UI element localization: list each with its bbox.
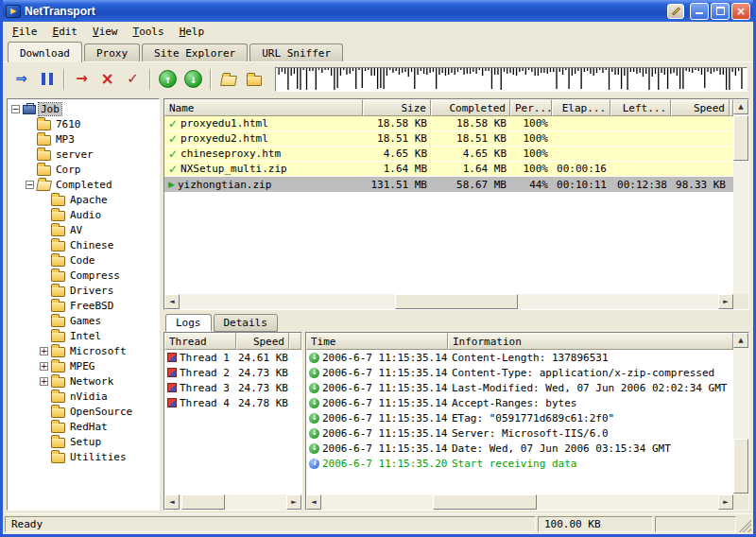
tree-item-compress[interactable]: Compress [8, 268, 159, 283]
toolbar-confirm-button[interactable]: ✓ [120, 66, 146, 92]
download-vscroll[interactable]: ▲ ▼ [733, 99, 748, 309]
tree-item-apache[interactable]: Apache [8, 192, 159, 207]
tree-item-microsoft[interactable]: +Microsoft [8, 343, 159, 358]
log-row[interactable]: ↓2006-6-7 11:15:35.140Server: Microsoft-… [306, 425, 733, 441]
menu-help[interactable]: Help [172, 24, 213, 40]
tree-item-nvidia[interactable]: nVidia [8, 389, 159, 404]
tab-proxy[interactable]: Proxy [84, 43, 140, 61]
minimize-button[interactable] [690, 3, 709, 20]
column-header-left[interactable]: Left... [610, 99, 671, 116]
tab-logs[interactable]: Logs [165, 314, 212, 332]
resize-grip[interactable] [738, 516, 751, 532]
scroll-right-icon[interactable]: ► [286, 494, 301, 510]
column-header-elapsed[interactable]: Elap... [552, 99, 610, 116]
download-hscroll[interactable]: ◄ ► [164, 294, 733, 309]
column-header-speed[interactable]: Speed [236, 333, 289, 350]
download-row[interactable]: ✓chineseproxy.htm4.65 KB4.65 KB100% [164, 147, 733, 162]
thread-row[interactable]: Thread 324.73 KB [164, 380, 301, 395]
log-vscroll-thumb[interactable] [733, 439, 748, 494]
toolbar-open-file-button[interactable] [215, 66, 241, 92]
tree-item-7610[interactable]: 7610 [8, 116, 159, 131]
tree-item-corp[interactable]: Corp [8, 162, 159, 177]
scroll-right-icon[interactable]: ► [718, 494, 733, 510]
expand-icon[interactable]: + [40, 362, 48, 371]
toolbar-open-folder-button[interactable] [241, 66, 266, 92]
close-button[interactable]: × [731, 3, 750, 20]
titlebar[interactable]: ▶ NetTransport × [3, 0, 753, 22]
download-row[interactable]: ▶yizhongtian.zip131.51 MB58.67 MB44%00:1… [164, 177, 733, 192]
column-header-information[interactable]: Information [448, 333, 733, 350]
collapse-icon[interactable]: − [11, 105, 20, 113]
log-row[interactable]: ↓2006-6-7 11:15:35.140Content-Type: appl… [306, 365, 733, 380]
tree-item-opensource[interactable]: OpenSource [8, 404, 159, 419]
column-header-size[interactable]: Size [363, 99, 431, 116]
scroll-right-icon[interactable]: ► [718, 294, 733, 309]
download-row[interactable]: ✓NXSetup_multi.zip1.64 MB1.64 MB100%00:0… [164, 162, 733, 177]
download-hscroll-track[interactable] [180, 294, 718, 309]
tree-item-utilities[interactable]: Utilities [8, 449, 159, 464]
tree-item-server[interactable]: server [8, 147, 159, 162]
toolbar-resume-button[interactable]: → [69, 66, 94, 92]
collapse-icon[interactable]: − [26, 181, 34, 189]
download-row[interactable]: ✓proxyedu1.html18.58 KB18.58 KB100% [164, 116, 733, 131]
download-hscroll-thumb[interactable] [395, 294, 518, 309]
log-row[interactable]: i2006-6-7 11:15:35.203Start receiving da… [306, 456, 733, 471]
menu-view[interactable]: View [85, 24, 126, 40]
scroll-left-icon[interactable]: ◄ [164, 294, 180, 309]
thread-hscroll[interactable]: ◄ ► [164, 494, 301, 510]
thread-hscroll-thumb[interactable] [181, 494, 225, 510]
log-row[interactable]: ↓2006-6-7 11:15:35.140Accept-Ranges: byt… [306, 395, 733, 410]
download-vscroll-track[interactable] [733, 114, 748, 294]
log-vscroll-track[interactable] [733, 348, 748, 494]
tab-url-sniffer[interactable]: URL Sniffer [249, 43, 343, 61]
column-header-speed[interactable]: Speed [671, 99, 730, 116]
toolbar-delete-button[interactable]: × [94, 66, 120, 92]
download-row[interactable]: ✓proxyedu2.html18.51 KB18.51 KB100% [164, 131, 733, 147]
toolbar-new-job-button[interactable]: ⇒ [9, 66, 34, 92]
tree-item-audio[interactable]: Audio [8, 207, 159, 222]
scroll-left-icon[interactable]: ◄ [306, 494, 321, 510]
log-row[interactable]: ↓2006-6-7 11:15:35.140Last-Modified: Wed… [306, 380, 733, 395]
column-header-name[interactable]: Name [164, 99, 363, 116]
tree-item-mp3[interactable]: MP3 [8, 131, 159, 147]
thread-row[interactable]: Thread 424.78 KB [164, 395, 301, 410]
tab-download[interactable]: Download [8, 42, 82, 62]
tree-item-completed[interactable]: −Completed [8, 177, 159, 192]
log-hscroll[interactable]: ◄ ► [306, 494, 733, 510]
tab-site-explorer[interactable]: Site Explorer [142, 43, 248, 61]
column-header-completed[interactable]: Completed [431, 99, 510, 116]
tree-item-intel[interactable]: Intel [8, 328, 159, 343]
tree-item-code[interactable]: Code [8, 252, 159, 268]
tree-item-chinese[interactable]: Chinese [8, 237, 159, 252]
tree-item-drivers[interactable]: Drivers [8, 283, 159, 298]
log-row[interactable]: ↓2006-6-7 11:15:35.140Content-Length: 13… [306, 350, 733, 365]
expand-icon[interactable]: + [40, 377, 48, 386]
column-header-percent[interactable]: Per... [510, 99, 552, 116]
download-vscroll-thumb[interactable] [733, 115, 748, 161]
expand-icon[interactable]: + [40, 347, 48, 355]
toolbar-move-up-button[interactable]: ↑ [155, 66, 180, 92]
menu-tools[interactable]: Tools [126, 24, 172, 40]
log-vscroll[interactable]: ▲ ▼ [733, 333, 748, 510]
column-header-time[interactable]: Time [306, 333, 448, 350]
menu-edit[interactable]: Edit [45, 24, 86, 40]
toolbar-move-down-button[interactable]: ↓ [180, 66, 206, 92]
tree-item-setup[interactable]: Setup [8, 434, 159, 449]
menu-file[interactable]: File [5, 24, 45, 40]
log-row[interactable]: ↓2006-6-7 11:15:35.140ETag: "0591771d689… [306, 410, 733, 425]
log-hscroll-thumb[interactable] [433, 494, 537, 510]
thread-hscroll-track[interactable] [180, 494, 286, 510]
scroll-left-icon[interactable]: ◄ [164, 494, 180, 510]
tab-details[interactable]: Details [214, 314, 278, 332]
skin-button[interactable] [667, 4, 684, 19]
thread-row[interactable]: Thread 124.61 KB [164, 350, 301, 365]
log-row[interactable]: ↓2006-6-7 11:15:35.140Date: Wed, 07 Jun … [306, 441, 733, 456]
toolbar-pause-button[interactable] [34, 66, 60, 92]
tree-item-mpeg[interactable]: +MPEG [8, 358, 159, 373]
tree-item-freebsd[interactable]: FreeBSD [8, 298, 159, 313]
column-header-thread[interactable]: Thread [164, 333, 236, 350]
tree-item-network[interactable]: +Network [8, 373, 159, 389]
tree-item-av[interactable]: AV [8, 222, 159, 237]
thread-row[interactable]: Thread 224.73 KB [164, 365, 301, 380]
tree-item-games[interactable]: Games [8, 313, 159, 328]
